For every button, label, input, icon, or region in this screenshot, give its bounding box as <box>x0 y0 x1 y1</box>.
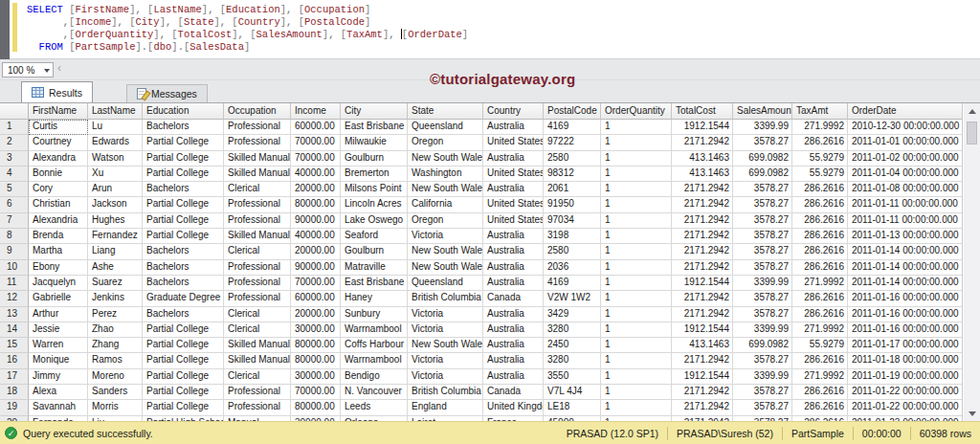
grid-cell[interactable]: Liang <box>88 244 143 259</box>
grid-cell[interactable]: 40000.00 <box>291 166 341 182</box>
grid-cell[interactable]: 2036 <box>544 260 601 276</box>
grid-cell[interactable]: Skilled Manual <box>224 151 291 166</box>
grid-cell[interactable]: Bendigo <box>341 369 408 385</box>
grid-cell[interactable]: 3578.27 <box>733 307 792 322</box>
grid-cell[interactable]: Xu <box>88 166 143 182</box>
grid-cell[interactable]: 2011-01-14 00:00:00.000 <box>848 276 963 291</box>
grid-cell[interactable]: Canada <box>483 291 544 306</box>
grid-cell[interactable]: Partial College <box>143 322 224 338</box>
grid-cell[interactable]: Skilled Manual <box>224 353 291 368</box>
grid-cell[interactable]: Milwaukie <box>341 135 408 150</box>
grid-cell[interactable]: Partial College <box>143 197 224 212</box>
grid-cell[interactable]: Jimmy <box>29 369 88 385</box>
grid-cell[interactable]: Martha <box>29 244 88 259</box>
grid-cell[interactable]: 70000.00 <box>291 151 341 166</box>
grid-cell[interactable]: Cory <box>29 182 88 197</box>
grid-cell[interactable]: United States <box>483 166 544 182</box>
grid-cell[interactable]: 413.1463 <box>672 151 733 166</box>
grid-cell[interactable]: 3198 <box>544 229 601 244</box>
grid-cell[interactable]: 413.1463 <box>672 166 733 182</box>
grid-cell[interactable]: V7L 4J4 <box>544 385 601 400</box>
row-header[interactable]: 19 <box>0 400 29 415</box>
grid-cell[interactable]: 286.2616 <box>792 400 848 415</box>
grid-cell[interactable]: Ebony <box>29 260 88 276</box>
row-header[interactable]: 15 <box>0 338 29 353</box>
grid-cell[interactable]: Morris <box>88 400 143 415</box>
grid-cell[interactable]: Haney <box>341 291 408 306</box>
grid-cell[interactable]: 4169 <box>544 276 601 291</box>
grid-cell[interactable]: Watson <box>88 151 143 166</box>
grid-cell[interactable]: Sunbury <box>341 307 408 322</box>
grid-cell[interactable]: Warrnambool <box>341 353 408 368</box>
grid-cell[interactable]: Victoria <box>408 322 483 338</box>
grid-cell[interactable]: 1 <box>601 322 672 338</box>
grid-cell[interactable]: Bremerton <box>341 166 408 182</box>
grid-cell[interactable]: New South Wales <box>408 151 483 166</box>
grid-cell[interactable]: Clerical <box>224 244 291 259</box>
row-header[interactable]: 12 <box>0 291 29 306</box>
grid-cell[interactable]: 2171.2942 <box>672 385 733 400</box>
grid-cell[interactable]: Alexa <box>29 385 88 400</box>
grid-cell[interactable]: 2171.2942 <box>672 182 733 197</box>
grid-cell[interactable]: Milsons Point <box>341 182 408 197</box>
column-header-lastname[interactable]: LastName <box>88 103 143 120</box>
grid-cell[interactable]: 271.9992 <box>792 120 848 135</box>
grid-cell[interactable]: 286.2616 <box>792 307 848 322</box>
grid-cell[interactable]: United Kingdom <box>483 400 544 415</box>
row-header[interactable]: 10 <box>0 260 29 276</box>
grid-cell[interactable]: Zhang <box>88 338 143 353</box>
row-header[interactable]: 6 <box>0 197 29 212</box>
grid-cell[interactable]: 1 <box>601 197 672 212</box>
grid-cell[interactable]: 3578.27 <box>733 135 792 150</box>
grid-cell[interactable]: 98312 <box>544 166 601 182</box>
grid-cell[interactable]: 2011-01-22 00:00:00.000 <box>848 400 963 415</box>
grid-cell[interactable]: East Brisbane <box>341 120 408 135</box>
grid-cell[interactable]: Professional <box>224 276 291 291</box>
grid-cell[interactable]: Coffs Harbour <box>341 338 408 353</box>
grid-cell[interactable]: Partial College <box>143 400 224 415</box>
grid-cell[interactable]: 55.9279 <box>792 151 848 166</box>
grid-cell[interactable]: British Columbia <box>408 385 483 400</box>
grid-cell[interactable]: 20000.00 <box>291 244 341 259</box>
grid-cell[interactable]: Partial College <box>143 151 224 166</box>
grid-cell[interactable]: 286.2616 <box>792 135 848 150</box>
grid-cell[interactable]: 1 <box>601 400 672 415</box>
grid-cell[interactable]: Bonnie <box>29 166 88 182</box>
grid-cell[interactable]: 70000.00 <box>291 276 341 291</box>
grid-cell[interactable]: Bachelors <box>143 260 224 276</box>
grid-cell[interactable]: Courtney <box>29 135 88 150</box>
column-header-state[interactable]: State <box>408 103 483 120</box>
column-header-country[interactable]: Country <box>483 103 544 120</box>
grid-cell[interactable]: Lake Oswego <box>341 213 408 229</box>
grid-cell[interactable]: 2011-01-04 00:00:00.000 <box>848 166 963 182</box>
grid-cell[interactable]: Victoria <box>408 353 483 368</box>
grid-cell[interactable]: N. Vancouver <box>341 385 408 400</box>
chevron-left-icon[interactable]: ‹ <box>57 61 61 75</box>
column-header-postalcode[interactable]: PostalCode <box>544 103 601 120</box>
grid-corner-cell[interactable] <box>0 103 29 120</box>
grid-cell[interactable]: Lincoln Acres <box>341 197 408 212</box>
grid-cell[interactable]: Bachelors <box>143 182 224 197</box>
column-header-orderquantity[interactable]: OrderQuantity <box>601 103 672 120</box>
grid-cell[interactable]: 3399.99 <box>733 322 792 338</box>
grid-cell[interactable]: Sanders <box>88 385 143 400</box>
grid-cell[interactable]: Moreno <box>88 369 143 385</box>
grid-cell[interactable]: 2011-01-14 00:00:00.000 <box>848 244 963 259</box>
grid-cell[interactable]: Clerical <box>224 322 291 338</box>
grid-cell[interactable]: England <box>408 400 483 415</box>
grid-cell[interactable]: 2171.2942 <box>672 244 733 259</box>
grid-cell[interactable]: 699.0982 <box>733 151 792 166</box>
grid-cell[interactable]: Professional <box>224 385 291 400</box>
grid-cell[interactable]: Oregon <box>408 135 483 150</box>
grid-cell[interactable]: 3280 <box>544 353 601 368</box>
grid-cell[interactable]: 1912.1544 <box>672 276 733 291</box>
column-header-taxamt[interactable]: TaxAmt <box>792 103 848 120</box>
grid-cell[interactable]: 2011-01-17 00:00:00.000 <box>848 338 963 353</box>
grid-cell[interactable]: Bachelors <box>143 307 224 322</box>
grid-cell[interactable]: 3578.27 <box>733 213 792 229</box>
grid-cell[interactable]: 2171.2942 <box>672 291 733 306</box>
grid-cell[interactable]: Professional <box>224 400 291 415</box>
row-header[interactable]: 8 <box>0 229 29 244</box>
grid-cell[interactable]: 699.0982 <box>733 166 792 182</box>
grid-cell[interactable]: 271.9992 <box>792 322 848 338</box>
